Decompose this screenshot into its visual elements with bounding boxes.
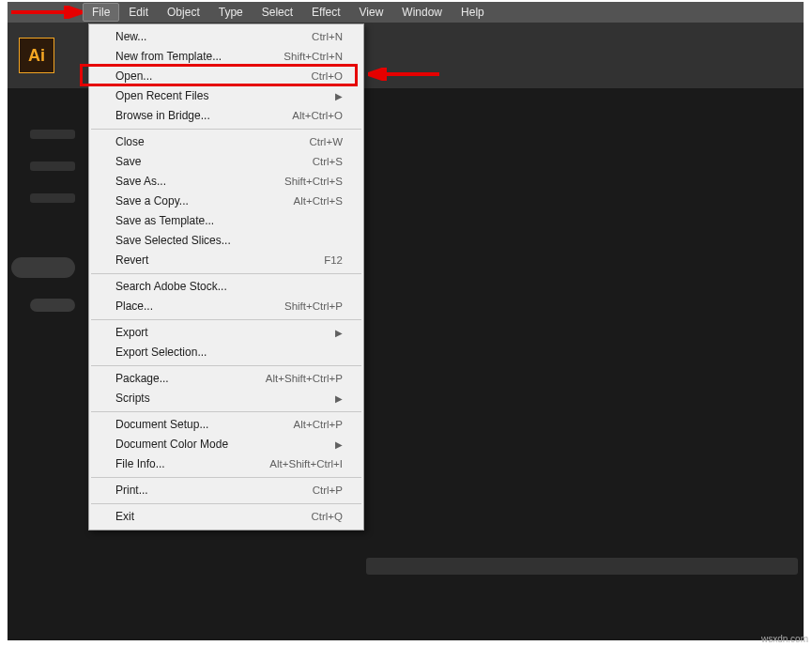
menu-item-label: Document Setup... <box>115 418 258 432</box>
menu-item-shortcut: Alt+Shift+Ctrl+I <box>258 457 343 471</box>
menubar-item-file[interactable]: File <box>83 3 119 22</box>
menu-item-label: Place... <box>115 300 258 314</box>
menu-item-label: Save Selected Slices... <box>115 234 258 248</box>
menu-item-shortcut: Shift+Ctrl+S <box>258 175 343 189</box>
menu-item-shortcut: Shift+Ctrl+N <box>258 50 343 64</box>
menu-item-shortcut: Ctrl+W <box>258 135 343 149</box>
menu-item-label: Export Selection... <box>115 346 258 360</box>
menubar-item-select[interactable]: Select <box>253 3 302 22</box>
menu-item-save-as-template[interactable]: Save as Template... <box>89 211 363 231</box>
menu-item-shortcut: Alt+Ctrl+P <box>258 418 343 432</box>
chevron-right-icon: ▶ <box>335 89 343 103</box>
chevron-right-icon: ▶ <box>335 326 343 340</box>
menubar-item-view[interactable]: View <box>350 3 393 22</box>
menu-item-shortcut: Ctrl+Q <box>258 510 343 524</box>
menu-bar: FileEditObjectTypeSelectEffectViewWindow… <box>8 2 804 23</box>
panel-placeholder <box>11 257 75 278</box>
menu-item-open-recent-files[interactable]: Open Recent Files▶ <box>89 86 363 106</box>
menu-item-shortcut: Alt+Ctrl+S <box>258 194 343 208</box>
menubar-item-effect[interactable]: Effect <box>302 3 349 22</box>
menu-item-export-selection[interactable]: Export Selection... <box>89 343 363 362</box>
menu-item-label: Browse in Bridge... <box>115 109 258 123</box>
menu-separator <box>91 411 361 412</box>
menu-item-shortcut: Shift+Ctrl+P <box>258 300 343 314</box>
menu-item-document-setup[interactable]: Document Setup...Alt+Ctrl+P <box>89 415 363 435</box>
menu-item-shortcut: Alt+Shift+Ctrl+P <box>258 372 343 386</box>
menu-separator <box>91 273 361 274</box>
menu-item-revert[interactable]: RevertF12 <box>89 251 363 270</box>
menu-item-save-a-copy[interactable]: Save a Copy...Alt+Ctrl+S <box>89 192 363 211</box>
menu-item-label: Save as Template... <box>115 214 258 228</box>
menu-item-label: Export <box>115 326 329 340</box>
menu-item-label: Save <box>115 155 258 169</box>
logo-text: Ai <box>28 46 45 66</box>
menu-separator <box>91 319 361 320</box>
status-bar <box>366 558 798 575</box>
panel-placeholder <box>30 299 75 312</box>
menu-item-exit[interactable]: ExitCtrl+Q <box>89 507 363 527</box>
panel-placeholder <box>30 162 75 171</box>
menu-item-label: Open Recent Files <box>115 89 329 103</box>
chevron-right-icon: ▶ <box>335 392 343 406</box>
menu-item-label: New... <box>115 30 258 44</box>
menu-item-shortcut: Ctrl+S <box>258 155 343 169</box>
menu-item-open[interactable]: Open...Ctrl+O <box>89 67 363 86</box>
menu-item-new[interactable]: New...Ctrl+N <box>89 27 363 47</box>
panel-placeholder <box>30 193 75 203</box>
panel-placeholder <box>30 130 75 139</box>
menu-item-label: Exit <box>115 510 258 524</box>
menu-item-label: Save As... <box>115 175 258 189</box>
menu-item-shortcut: Ctrl+P <box>258 484 343 498</box>
menu-item-label: Search Adobe Stock... <box>115 280 258 294</box>
menu-item-label: New from Template... <box>115 50 258 64</box>
menu-item-browse-in-bridge[interactable]: Browse in Bridge...Alt+Ctrl+O <box>89 106 363 126</box>
menu-separator <box>91 129 361 130</box>
chevron-right-icon: ▶ <box>335 438 343 452</box>
menubar-item-window[interactable]: Window <box>392 3 452 22</box>
app-logo: Ai <box>19 38 54 73</box>
menu-item-package[interactable]: Package...Alt+Shift+Ctrl+P <box>89 369 363 389</box>
watermark: wsxdn.com <box>761 634 808 644</box>
menu-item-label: Scripts <box>115 392 329 406</box>
menubar-item-edit[interactable]: Edit <box>119 3 158 22</box>
menu-item-label: File Info... <box>115 457 258 471</box>
menu-separator <box>91 503 361 504</box>
menu-item-label: Package... <box>115 372 258 386</box>
menu-item-place[interactable]: Place...Shift+Ctrl+P <box>89 297 363 316</box>
menu-item-shortcut: Ctrl+O <box>258 69 343 84</box>
menu-item-label: Revert <box>115 254 258 268</box>
menu-item-search-adobe-stock[interactable]: Search Adobe Stock... <box>89 277 363 297</box>
menu-item-save-selected-slices[interactable]: Save Selected Slices... <box>89 231 363 251</box>
menu-item-export[interactable]: Export▶ <box>89 323 363 343</box>
menubar-item-object[interactable]: Object <box>158 3 209 22</box>
menu-item-label: Document Color Mode <box>115 438 329 452</box>
menu-item-shortcut: Ctrl+N <box>258 30 343 44</box>
menubar-item-type[interactable]: Type <box>209 3 253 22</box>
menu-item-save-as[interactable]: Save As...Shift+Ctrl+S <box>89 172 363 192</box>
app-frame: FileEditObjectTypeSelectEffectViewWindow… <box>8 2 804 640</box>
menu-item-scripts[interactable]: Scripts▶ <box>89 389 363 408</box>
menu-item-print[interactable]: Print...Ctrl+P <box>89 481 363 500</box>
menu-item-label: Print... <box>115 484 258 498</box>
menu-item-close[interactable]: CloseCtrl+W <box>89 132 363 152</box>
menu-separator <box>91 477 361 478</box>
menu-item-document-color-mode[interactable]: Document Color Mode▶ <box>89 435 363 454</box>
menu-item-save[interactable]: SaveCtrl+S <box>89 152 363 172</box>
menu-item-new-from-template[interactable]: New from Template...Shift+Ctrl+N <box>89 47 363 67</box>
menu-item-label: Save a Copy... <box>115 194 258 208</box>
menu-item-label: Close <box>115 135 258 149</box>
menubar-item-help[interactable]: Help <box>452 3 494 22</box>
menu-separator <box>91 365 361 366</box>
menu-item-shortcut: F12 <box>258 254 343 268</box>
menu-item-label: Open... <box>115 69 258 84</box>
file-menu-dropdown: New...Ctrl+NNew from Template...Shift+Ct… <box>88 23 364 531</box>
menu-item-shortcut: Alt+Ctrl+O <box>258 109 343 123</box>
menu-item-file-info[interactable]: File Info...Alt+Shift+Ctrl+I <box>89 454 363 474</box>
